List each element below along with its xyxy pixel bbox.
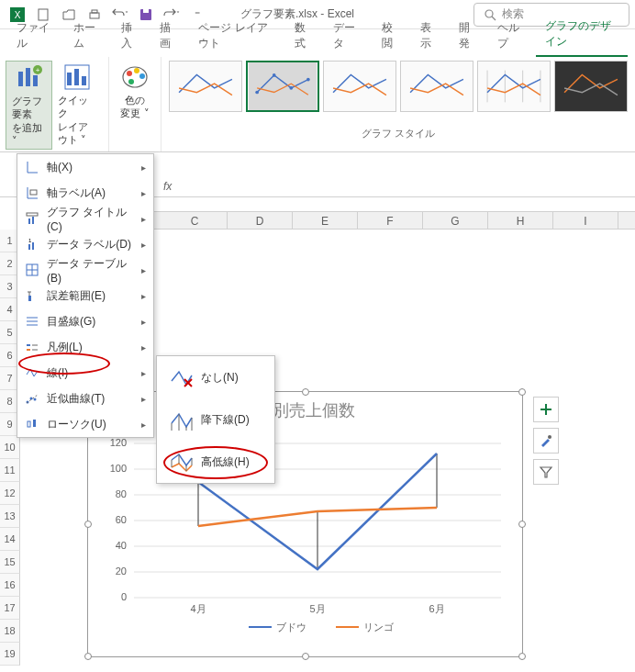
chart-styles-label: グラフ スタイル bbox=[169, 127, 628, 140]
submenu-high-low-lines[interactable]: 高低線(H) bbox=[157, 441, 274, 483]
drop-lines-icon bbox=[168, 407, 194, 432]
svg-point-27 bbox=[306, 78, 310, 82]
col-header-F[interactable]: F bbox=[358, 212, 423, 229]
svg-rect-63 bbox=[30, 190, 37, 195]
change-colors-button[interactable]: 色の 変更 ˅ bbox=[115, 61, 155, 122]
tab-insert[interactable]: 挿入 bbox=[112, 15, 149, 57]
svg-rect-88 bbox=[33, 420, 36, 427]
tab-file[interactable]: ファイル bbox=[7, 15, 62, 57]
chevron-right-icon: ▸ bbox=[141, 188, 146, 198]
chart-style-4[interactable] bbox=[400, 61, 473, 112]
menu-axes[interactable]: 軸(X) ▸ bbox=[17, 154, 153, 180]
svg-text:120: 120 bbox=[110, 437, 127, 448]
svg-rect-23 bbox=[249, 62, 317, 110]
row-header[interactable]: 13 bbox=[0, 505, 20, 528]
data-table-icon bbox=[25, 263, 39, 277]
col-header-D[interactable]: D bbox=[228, 212, 293, 229]
menu-chart-title[interactable]: グラフ タイトル(C) ▸ bbox=[17, 206, 153, 231]
tab-page-layout[interactable]: ページ レイアウト bbox=[189, 15, 284, 57]
chart-style-5[interactable] bbox=[477, 61, 551, 112]
svg-rect-65 bbox=[28, 218, 30, 224]
svg-rect-64 bbox=[27, 213, 38, 216]
updown-bars-icon bbox=[25, 417, 39, 431]
chart-style-6[interactable] bbox=[554, 61, 628, 112]
svg-point-21 bbox=[139, 73, 145, 79]
add-element-icon: + bbox=[14, 63, 43, 93]
chevron-right-icon: ▸ bbox=[141, 240, 146, 250]
tab-help[interactable]: ヘルプ bbox=[488, 15, 534, 57]
submenu-none[interactable]: なし(N) bbox=[157, 356, 274, 398]
axes-icon bbox=[25, 160, 39, 174]
row-header[interactable]: 14 bbox=[0, 528, 20, 551]
ribbon: + グラフ要素 を追加 ˅ クイック レイアウト ˅ 色の 変更 ˅ グ bbox=[0, 57, 635, 152]
menu-legend[interactable]: 凡例(L) ▸ bbox=[17, 334, 153, 360]
chart-plot-area[interactable]: 0 20 40 60 80 100 120 bbox=[88, 421, 519, 633]
svg-text:6月: 6月 bbox=[429, 603, 444, 614]
row-header[interactable]: 11 bbox=[0, 459, 20, 482]
svg-rect-68 bbox=[32, 242, 34, 250]
gridlines-icon bbox=[25, 314, 39, 329]
svg-text:+: + bbox=[36, 66, 40, 74]
col-header-E[interactable]: E bbox=[293, 212, 358, 229]
svg-rect-66 bbox=[32, 217, 34, 224]
row-header[interactable]: 18 bbox=[0, 620, 20, 643]
chevron-right-icon: ▸ bbox=[141, 342, 146, 353]
row-header[interactable]: 10 bbox=[0, 436, 20, 459]
svg-point-84 bbox=[30, 398, 33, 400]
svg-rect-4 bbox=[92, 10, 97, 13]
chart-style-2[interactable] bbox=[246, 61, 319, 112]
chart-style-1[interactable] bbox=[169, 61, 242, 112]
high-low-lines-icon bbox=[168, 449, 194, 475]
ribbon-tabs: ファイル ホーム 挿入 描画 ページ レイアウト 数式 データ 校閲 表示 開発… bbox=[0, 29, 635, 57]
row-header[interactable]: 16 bbox=[0, 574, 20, 597]
add-chart-element-button[interactable]: + グラフ要素 を追加 ˅ bbox=[6, 61, 52, 150]
chevron-right-icon: ▸ bbox=[141, 162, 146, 173]
svg-text:100: 100 bbox=[110, 463, 127, 474]
col-header-G[interactable]: G bbox=[423, 212, 488, 229]
svg-text:20: 20 bbox=[116, 566, 127, 577]
col-header-I[interactable]: I bbox=[553, 212, 618, 229]
tab-draw[interactable]: 描画 bbox=[150, 15, 187, 57]
svg-text:40: 40 bbox=[116, 540, 127, 551]
svg-rect-15 bbox=[67, 73, 72, 85]
svg-point-20 bbox=[134, 68, 139, 73]
tab-developer[interactable]: 開発 bbox=[450, 15, 486, 57]
tab-view[interactable]: 表示 bbox=[411, 15, 448, 57]
tab-review[interactable]: 校閲 bbox=[373, 15, 409, 57]
menu-trendline[interactable]: 近似曲線(T) ▸ bbox=[17, 386, 153, 411]
legend-icon bbox=[25, 340, 39, 354]
lines-icon bbox=[25, 365, 39, 380]
tab-formulas[interactable]: 数式 bbox=[285, 15, 322, 57]
svg-point-22 bbox=[128, 79, 134, 84]
menu-data-table[interactable]: データ テーブル(B) ▸ bbox=[17, 257, 153, 283]
chart-elements-button[interactable] bbox=[533, 397, 559, 422]
chevron-right-icon: ▸ bbox=[141, 420, 146, 430]
row-header[interactable]: 17 bbox=[0, 597, 20, 620]
row-header[interactable]: 19 bbox=[0, 643, 20, 666]
menu-error-bars[interactable]: 誤差範囲(E) ▸ bbox=[17, 283, 153, 308]
svg-point-58 bbox=[548, 435, 551, 439]
chart-style-3[interactable] bbox=[323, 61, 396, 112]
col-header-H[interactable]: H bbox=[488, 212, 553, 229]
lines-submenu: なし(N) 降下線(D) 高低線(H) bbox=[156, 355, 275, 484]
tab-data[interactable]: データ bbox=[324, 15, 370, 57]
svg-rect-6 bbox=[143, 9, 149, 13]
row-header[interactable]: 12 bbox=[0, 482, 20, 505]
chart-styles-gallery: グラフ スタイル bbox=[162, 57, 635, 151]
tab-chart-design[interactable]: グラフのデザイン bbox=[536, 13, 628, 57]
menu-gridlines[interactable]: 目盛線(G) ▸ bbox=[17, 308, 153, 334]
col-header-C[interactable]: C bbox=[162, 212, 228, 229]
svg-text:60: 60 bbox=[116, 514, 127, 525]
tab-home[interactable]: ホーム bbox=[64, 15, 110, 57]
menu-axis-titles[interactable]: 軸ラベル(A) ▸ bbox=[17, 180, 153, 206]
quick-layout-button[interactable]: クイック レイアウト ˅ bbox=[52, 61, 103, 150]
menu-data-labels[interactable]: 1 データ ラベル(D) ▸ bbox=[17, 231, 153, 257]
row-header[interactable]: 15 bbox=[0, 551, 20, 574]
chart-filters-button[interactable] bbox=[533, 459, 559, 485]
submenu-drop-lines[interactable]: 降下線(D) bbox=[157, 398, 274, 441]
menu-updown-bars[interactable]: ローソク(U) ▸ bbox=[17, 411, 153, 437]
menu-lines[interactable]: 線(I) ▸ bbox=[17, 360, 153, 386]
palette-icon bbox=[120, 62, 150, 92]
chevron-right-icon: ▸ bbox=[141, 265, 146, 275]
chart-styles-button[interactable] bbox=[533, 428, 559, 454]
